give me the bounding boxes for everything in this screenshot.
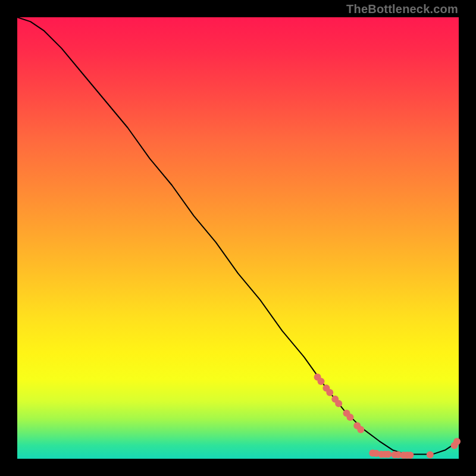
bottleneck-curve (17, 17, 459, 455)
chart-marker (384, 451, 392, 458)
chart-marker (326, 389, 333, 396)
chart-marker (357, 426, 364, 433)
chart-marker (406, 452, 414, 459)
chart-marker (347, 414, 354, 421)
chart-marker (453, 438, 461, 445)
chart-marker (335, 400, 342, 407)
chart-frame: TheBottleneck.com (0, 0, 476, 476)
watermark-text: TheBottleneck.com (346, 2, 458, 16)
chart-marker (427, 451, 434, 458)
plot-area (17, 17, 459, 459)
chart-marker (318, 378, 325, 385)
chart-svg (17, 17, 459, 459)
